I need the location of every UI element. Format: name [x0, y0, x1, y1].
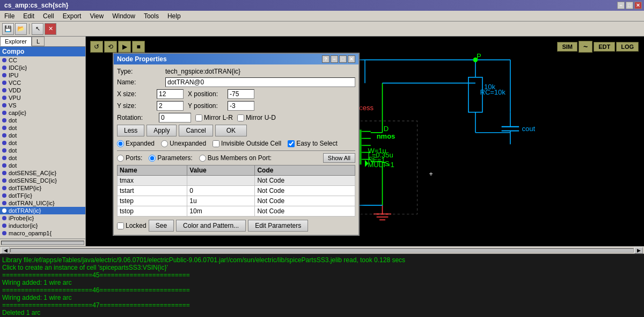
comp-dot3[interactable]: dot	[0, 132, 85, 139]
comp-cap[interactable]: cap{ic}	[0, 109, 85, 117]
dialog-minimize-btn[interactable]: −	[331, 55, 338, 63]
param-value-tmax[interactable]	[187, 176, 255, 186]
comp-CC[interactable]: CC	[0, 56, 85, 64]
left-scrollbar[interactable]	[0, 239, 85, 246]
mirror-ud-checkbox[interactable]	[237, 114, 244, 121]
comp-dotTRAN[interactable]: dotTRAN{ic}	[0, 207, 85, 214]
comp-VPU[interactable]: VPU	[0, 94, 85, 102]
param-value-tstep[interactable]: 1u	[187, 196, 255, 206]
mirror-ud-label[interactable]: Mirror U-D	[237, 114, 276, 121]
name-input[interactable]	[165, 77, 355, 87]
parameters-radio-label[interactable]: Parameters:	[149, 154, 192, 162]
minimize-btn[interactable]: −	[617, 2, 625, 9]
menu-cell[interactable]: Cell	[41, 12, 56, 20]
dialog-close-btn[interactable]: ✕	[348, 55, 355, 63]
locked-checkbox-label[interactable]: Locked	[117, 222, 147, 229]
comp-dotSENSE_DC[interactable]: dotSENSE_DC{ic}	[0, 177, 85, 184]
show-all-button[interactable]: Show All	[323, 153, 355, 163]
comp-VS[interactable]: VS	[0, 102, 85, 109]
color-pattern-button[interactable]: Color and Pattern...	[176, 220, 246, 232]
comp-IPU[interactable]: IPU	[0, 71, 85, 79]
mirror-lr-checkbox[interactable]	[195, 114, 202, 121]
menu-file[interactable]: File	[2, 12, 17, 20]
sch-btn-refresh[interactable]: ↺	[90, 41, 103, 53]
save-btn[interactable]: 💾	[2, 23, 14, 35]
menu-edit[interactable]: Edit	[21, 12, 36, 20]
tab-explorer[interactable]: Explorer	[0, 37, 32, 46]
scroll-left-btn[interactable]: ◀	[1, 247, 10, 254]
unexpanded-radio[interactable]	[161, 140, 168, 147]
close-btn[interactable]: ✕	[634, 2, 642, 9]
apply-button[interactable]: Apply	[147, 125, 177, 136]
table-row[interactable]: tstep 1u Not Code	[118, 196, 355, 206]
comp-dot1[interactable]: dot	[0, 117, 85, 124]
comp-dot2[interactable]: dot	[0, 124, 85, 132]
comp-inductor[interactable]: inductor{ic}	[0, 222, 85, 229]
mirror-lr-label[interactable]: Mirror L-R	[195, 114, 233, 121]
invisible-checkbox[interactable]	[213, 140, 219, 147]
menu-help[interactable]: Help	[165, 12, 183, 20]
param-value-tstart[interactable]: 0	[187, 186, 255, 196]
ok-button[interactable]: OK	[215, 125, 247, 136]
comp-dot6[interactable]: dot	[0, 154, 85, 162]
bus-radio[interactable]	[199, 155, 206, 162]
comp-macro_opamp1[interactable]: macro_opamp1{	[0, 229, 85, 237]
sim-btn-sim[interactable]: SIM	[557, 42, 577, 52]
invisible-checkbox-label[interactable]: Invisible Outside Cell	[213, 140, 281, 147]
y-size-input[interactable]	[157, 101, 184, 111]
comp-dot4[interactable]: dot	[0, 139, 85, 147]
sim-btn-edt[interactable]: EDT	[594, 42, 615, 52]
sch-btn-stop[interactable]: ■	[132, 41, 145, 53]
x-size-input[interactable]	[157, 89, 184, 99]
expanded-radio[interactable]	[117, 140, 124, 147]
dialog-help-btn[interactable]: ?	[322, 55, 330, 63]
sim-btn-wave[interactable]: ~	[579, 41, 592, 53]
see-button[interactable]: See	[149, 220, 174, 232]
scroll-track[interactable]	[10, 248, 634, 253]
comp-dotTRAN_UIC[interactable]: dotTRAN_UIC{ic}	[0, 199, 85, 207]
edit-parameters-button[interactable]: Edit Parameters	[248, 220, 308, 232]
table-row[interactable]: tstart 0 Not Code	[118, 186, 355, 196]
ports-radio[interactable]	[117, 155, 124, 162]
unexpanded-radio-label[interactable]: Unexpanded	[161, 140, 206, 147]
menu-window[interactable]: Window	[110, 12, 137, 20]
comp-dot5[interactable]: dot	[0, 147, 85, 154]
sim-btn-log[interactable]: LOG	[616, 42, 639, 52]
easy-select-checkbox-label[interactable]: Easy to Select	[288, 140, 338, 147]
scroll-right-btn[interactable]: ▶	[634, 247, 643, 254]
cursor-btn[interactable]: ↖	[32, 23, 43, 35]
bus-radio-label[interactable]: Bus Members on Port:	[199, 154, 272, 162]
dialog-maximize-btn[interactable]: □	[339, 55, 347, 63]
x-pos-input[interactable]	[228, 89, 254, 99]
comp-dotTF[interactable]: dotTF{ic}	[0, 192, 85, 199]
comp-IDC[interactable]: IDC{ic}	[0, 64, 85, 71]
param-value-tstop[interactable]: 10m	[187, 206, 255, 217]
parameters-radio[interactable]	[149, 155, 156, 162]
horizontal-scrollbar[interactable]: ◀ ▶	[0, 246, 644, 254]
sch-btn-back[interactable]: ⟲	[104, 41, 117, 53]
open-btn[interactable]: 📂	[15, 23, 27, 35]
comp-dotTEMP[interactable]: dotTEMP{ic}	[0, 184, 85, 192]
stop-btn[interactable]: ✕	[45, 23, 56, 35]
comp-VCC[interactable]: VCC	[0, 79, 85, 87]
menu-export[interactable]: Export	[61, 12, 84, 20]
less-button[interactable]: Less	[117, 125, 144, 136]
title-controls[interactable]: − □ ✕	[617, 2, 642, 9]
comp-dot7[interactable]: dot	[0, 162, 85, 169]
sch-btn-play[interactable]: ▶	[118, 41, 131, 53]
easy-select-checkbox[interactable]	[288, 140, 295, 147]
menu-tools[interactable]: Tools	[142, 12, 161, 20]
y-pos-input[interactable]	[228, 101, 254, 111]
dialog-window-controls[interactable]: ? − □ ✕	[322, 55, 355, 63]
locked-checkbox[interactable]	[117, 222, 124, 229]
comp-VDD[interactable]: VDD	[0, 87, 85, 94]
comp-iProbe[interactable]: iProbe{ic}	[0, 214, 85, 222]
expanded-radio-label[interactable]: Expanded	[117, 140, 155, 147]
rotation-input[interactable]	[159, 113, 191, 123]
table-row[interactable]: tstop 10m Not Code	[118, 206, 355, 217]
menu-view[interactable]: View	[87, 12, 106, 20]
schematic-area[interactable]: Cavity Node the global array modules has…	[86, 37, 644, 246]
comp-dotSENSE_AC[interactable]: dotSENSE_AC{ic}	[0, 169, 85, 177]
tab-l[interactable]: L	[32, 37, 45, 46]
cancel-button[interactable]: Cancel	[179, 125, 213, 136]
